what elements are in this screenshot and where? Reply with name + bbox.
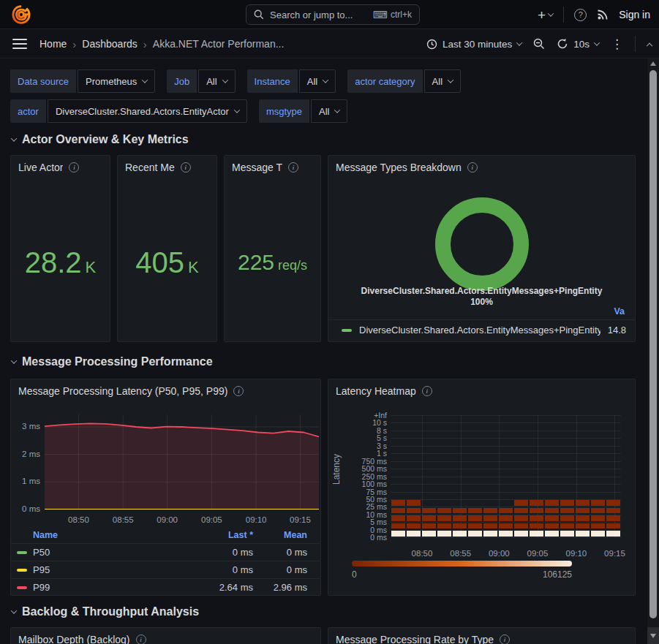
heatmap-cell[interactable] (560, 523, 574, 529)
heatmap-cell[interactable] (499, 523, 513, 529)
heatmap-cell[interactable] (591, 523, 605, 529)
legend-row[interactable]: DiverseCluster.Shared.Actors.EntityMessa… (328, 319, 635, 340)
info-icon[interactable] (181, 162, 191, 173)
heatmap-cell[interactable] (606, 531, 620, 536)
heatmap-cell[interactable] (453, 508, 467, 513)
vertical-scrollbar[interactable] (647, 58, 659, 644)
section-message-processing[interactable]: Message Processing Performance (12, 355, 213, 368)
heatmap-cell[interactable] (591, 500, 605, 505)
info-icon[interactable] (69, 162, 79, 173)
heatmap-cell[interactable] (422, 523, 436, 529)
legend-row[interactable]: P950 ms0 ms (11, 561, 320, 578)
legend-row[interactable]: P500 ms0 ms (11, 543, 320, 561)
variable-value-dropdown[interactable]: All (311, 99, 347, 123)
search-input[interactable]: Search or jump to... ⌨ ctrl+k (246, 4, 420, 25)
heatmap-cell[interactable] (437, 531, 451, 536)
heatmap-cell[interactable] (591, 531, 605, 536)
heatmap-cell[interactable] (483, 508, 497, 513)
news-rss-icon[interactable] (597, 9, 609, 20)
heatmap-cell[interactable] (499, 531, 513, 536)
panel-title[interactable]: Mailbox Depth (Backlog) (18, 634, 130, 644)
variable-value-dropdown[interactable]: All (299, 69, 336, 93)
heatmap-cell[interactable] (514, 531, 528, 536)
variable-value-dropdown[interactable]: All (424, 69, 461, 93)
collapse-toolbar-button[interactable] (647, 42, 652, 46)
heatmap-cell[interactable] (499, 515, 513, 520)
heatmap-cell[interactable] (545, 500, 559, 505)
variable-value-dropdown[interactable]: DiverseCluster.Shared.Actors.EntityActor (48, 99, 247, 123)
heatmap-cell[interactable] (407, 500, 421, 505)
heatmap-cell[interactable] (545, 508, 559, 513)
panel-title[interactable]: Latency Heatmap (336, 385, 416, 397)
panel-title[interactable]: Message Processing Rate by Type (336, 634, 494, 644)
heatmap-cell[interactable] (576, 523, 590, 529)
variable-value-dropdown[interactable]: All (198, 69, 235, 93)
heatmap-cell[interactable] (483, 523, 497, 529)
new-menu-button[interactable]: + (538, 8, 553, 22)
scrollbar-thumb[interactable] (649, 70, 657, 618)
heatmap-cell[interactable] (576, 515, 590, 520)
panel-title[interactable]: Live Actor (18, 162, 63, 173)
legend-header-last[interactable]: Last * (165, 530, 253, 540)
scrollbar-down-arrow-icon[interactable] (650, 634, 656, 638)
hamburger-menu-icon[interactable] (12, 39, 27, 49)
heatmap-cell[interactable] (391, 500, 405, 505)
info-icon[interactable] (467, 162, 478, 173)
latency-line-chart[interactable] (45, 414, 319, 509)
heatmap-cell[interactable] (606, 500, 620, 505)
heatmap-cell[interactable] (468, 508, 482, 513)
info-icon[interactable] (136, 634, 146, 644)
heatmap-cell[interactable] (514, 523, 528, 529)
panel-title[interactable]: Message Types Breakdown (336, 162, 462, 173)
heatmap-cell[interactable] (514, 508, 528, 513)
zoom-out-button[interactable] (533, 38, 545, 50)
heatmap-cell[interactable] (391, 523, 405, 529)
info-icon[interactable] (500, 634, 510, 644)
heatmap-cell[interactable] (530, 523, 543, 529)
heatmap-cell[interactable] (530, 531, 543, 536)
panel-title[interactable]: Message Processing Latency (P50, P95, P9… (18, 385, 227, 397)
heatmap-cell[interactable] (560, 515, 574, 520)
heatmap-cell[interactable] (422, 508, 436, 513)
heatmap-cell[interactable] (453, 523, 467, 529)
heatmap-cell[interactable] (560, 500, 574, 505)
heatmap-cell[interactable] (576, 508, 590, 513)
heatmap-cell[interactable] (483, 531, 497, 536)
section-backlog-throughput[interactable]: Backlog & Throughput Analysis (12, 605, 199, 618)
info-icon[interactable] (233, 386, 244, 396)
heatmap-cell[interactable] (514, 515, 528, 520)
heatmap-cell[interactable] (391, 531, 405, 536)
legend-value-header[interactable]: Va (614, 306, 625, 317)
heatmap-cell[interactable] (591, 515, 605, 520)
heatmap-cell[interactable] (514, 500, 528, 505)
heatmap-cell[interactable] (560, 531, 574, 536)
help-icon[interactable]: ? (574, 9, 587, 21)
heatmap-cell[interactable] (407, 523, 421, 529)
heatmap-cell[interactable] (437, 523, 451, 529)
heatmap-cell[interactable] (437, 515, 451, 520)
heatmap-cell[interactable] (591, 508, 605, 513)
heatmap-cell[interactable] (422, 515, 436, 520)
heatmap-cell[interactable] (576, 531, 590, 536)
heatmap-cell[interactable] (407, 508, 421, 513)
scrollbar-up-arrow-icon[interactable] (650, 61, 656, 66)
donut-chart[interactable] (435, 197, 529, 291)
heatmap-cell[interactable] (499, 508, 513, 513)
heatmap-cell[interactable] (545, 523, 559, 529)
legend-header-mean[interactable]: Mean (253, 530, 307, 540)
breadcrumb-dashboards[interactable]: Dashboards (82, 38, 138, 50)
heatmap-cell[interactable] (468, 523, 482, 529)
heatmap-cell[interactable] (391, 508, 405, 513)
heatmap-cell[interactable] (530, 500, 543, 505)
heatmap-cell[interactable] (606, 508, 620, 513)
sign-in-button[interactable]: Sign in (619, 9, 650, 20)
heatmap-cell[interactable] (422, 531, 436, 536)
breadcrumb-home[interactable]: Home (39, 38, 67, 50)
heatmap-cell[interactable] (560, 508, 574, 513)
heatmap-cell[interactable] (391, 515, 405, 520)
heatmap-cell[interactable] (530, 515, 543, 520)
info-icon[interactable] (422, 386, 432, 396)
heatmap-cell[interactable] (530, 508, 543, 513)
heatmap-cell[interactable] (407, 531, 421, 536)
info-icon[interactable] (288, 162, 298, 173)
